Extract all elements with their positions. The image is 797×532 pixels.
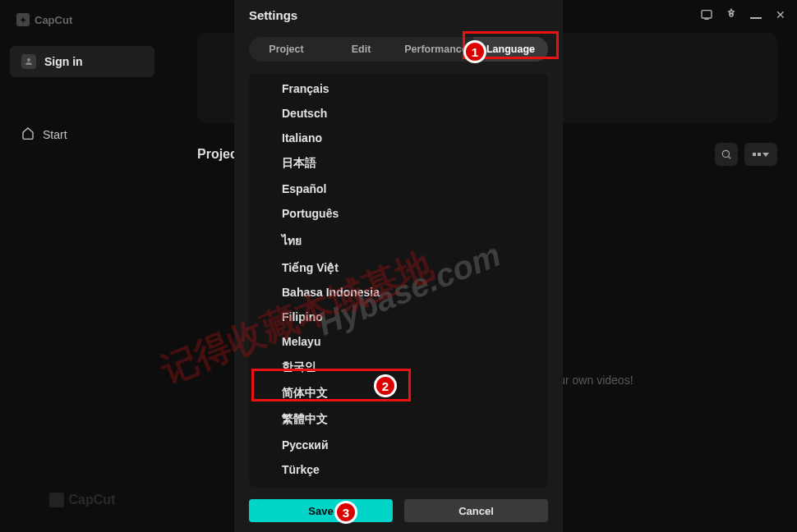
svg-line-2 (728, 156, 730, 158)
modal-title: Settings (234, 0, 563, 32)
tab-project[interactable]: Project (249, 37, 324, 62)
settings-icon[interactable] (725, 8, 738, 21)
language-option[interactable]: 日本語 (249, 150, 548, 177)
projects-actions (715, 143, 777, 166)
language-option[interactable]: Español (249, 177, 548, 201)
annotation-badge-3: 3 (334, 501, 357, 524)
tab-edit[interactable]: Edit (324, 37, 398, 62)
language-option[interactable]: Tiếng Việt (249, 255, 548, 280)
close-button[interactable] (774, 8, 787, 21)
svg-point-0 (27, 58, 30, 62)
chevron-down-icon (762, 153, 769, 157)
start-label: Start (43, 128, 67, 141)
sidebar: ✦ CapCut Sign in Start CapCut (0, 0, 164, 532)
feedback-icon[interactable] (700, 8, 713, 21)
logo-mark-icon: ✦ (16, 13, 30, 26)
language-option[interactable]: Türkçe (249, 457, 548, 482)
svg-rect-3 (702, 11, 712, 18)
svg-point-1 (722, 150, 729, 157)
signin-label: Sign in (44, 55, 83, 68)
tab-performance[interactable]: Performance (398, 37, 473, 62)
language-option[interactable]: Português (249, 201, 548, 226)
save-button[interactable]: Save (249, 499, 393, 522)
logo-mark-icon (49, 493, 64, 507)
minimize-button[interactable] (749, 8, 762, 21)
language-option[interactable]: Français (249, 76, 548, 101)
brand-footer: CapCut (0, 493, 164, 507)
search-button[interactable] (715, 143, 738, 166)
cancel-button[interactable]: Cancel (404, 499, 548, 522)
language-option[interactable]: 한국인 (249, 354, 548, 380)
settings-modal: Settings Project Edit Performance Langua… (234, 0, 563, 532)
language-option[interactable]: Bahasa Indonesia (249, 280, 548, 305)
language-option[interactable]: Melayu (249, 329, 548, 354)
annotation-badge-2: 2 (374, 374, 397, 397)
grid-icon (753, 153, 761, 156)
language-option[interactable]: 简体中文 (249, 380, 548, 406)
view-toggle-button[interactable] (744, 143, 777, 166)
app-logo: ✦ CapCut (10, 10, 154, 46)
language-option[interactable]: 繁體中文 (249, 406, 548, 433)
language-option[interactable]: Italiano (249, 126, 548, 150)
language-option[interactable]: Deutsch (249, 101, 548, 126)
modal-footer: Save Cancel (234, 488, 563, 532)
user-icon (21, 54, 36, 69)
app-name: CapCut (35, 14, 72, 26)
language-option[interactable]: Filipino (249, 305, 548, 329)
home-icon (21, 126, 35, 142)
annotation-badge-1: 1 (463, 40, 486, 63)
settings-tab-bar: Project Edit Performance Language (249, 37, 548, 62)
language-list[interactable]: FrançaisDeutschItaliano日本語EspañolPortugu… (249, 73, 548, 488)
signin-button[interactable]: Sign in (10, 46, 154, 77)
language-option[interactable]: ไทย (249, 226, 548, 255)
language-option[interactable]: Русский (249, 433, 548, 457)
window-controls (700, 8, 787, 21)
sidebar-item-start[interactable]: Start (10, 118, 154, 150)
